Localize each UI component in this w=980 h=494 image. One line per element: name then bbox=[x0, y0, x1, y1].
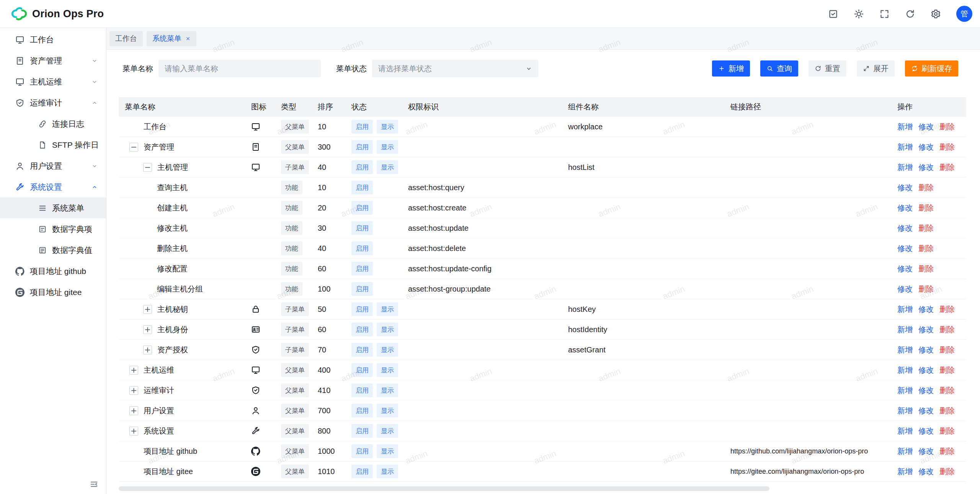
action-link[interactable]: 修改 bbox=[918, 446, 934, 457]
action-link[interactable]: 修改 bbox=[918, 162, 934, 173]
horizontal-scrollbar[interactable] bbox=[119, 486, 769, 491]
row-expand-icon[interactable] bbox=[143, 305, 152, 314]
sidebar-subitem[interactable]: 系统菜单 bbox=[0, 197, 106, 218]
action-link[interactable]: 修改 bbox=[918, 345, 934, 355]
action-link[interactable]: 新增 bbox=[897, 466, 913, 477]
action-link[interactable]: 修改 bbox=[918, 304, 934, 315]
tab-item[interactable]: 工作台 bbox=[109, 31, 143, 46]
sidebar-item[interactable]: 工作台 bbox=[0, 29, 106, 50]
delete-link[interactable]: 删除 bbox=[939, 406, 955, 416]
sidebar-subitem[interactable]: 连接日志 bbox=[0, 113, 106, 134]
delete-link[interactable]: 删除 bbox=[918, 183, 934, 193]
menu-status-select[interactable]: 请选择菜单状态 bbox=[372, 60, 538, 77]
avatar[interactable]: 管 bbox=[956, 6, 972, 22]
sidebar-item[interactable]: 系统设置 bbox=[0, 176, 106, 197]
row-expand-icon[interactable] bbox=[143, 325, 152, 334]
row-collapse-icon[interactable] bbox=[129, 143, 138, 152]
delete-link[interactable]: 删除 bbox=[939, 385, 955, 396]
refresh-cache-button[interactable]: 刷新缓存 bbox=[905, 60, 958, 77]
sidebar-item-label: 系统设置 bbox=[30, 182, 86, 192]
row-collapse-icon[interactable] bbox=[143, 163, 152, 172]
action-link[interactable]: 修改 bbox=[918, 426, 934, 436]
action-link[interactable]: 修改 bbox=[918, 142, 934, 152]
status-badge: 显示 bbox=[377, 302, 398, 316]
tab-bar: 工作台系统菜单 bbox=[106, 28, 980, 50]
delete-link[interactable]: 删除 bbox=[939, 324, 955, 335]
action-link[interactable]: 新增 bbox=[897, 345, 913, 355]
delete-link[interactable]: 删除 bbox=[939, 365, 955, 375]
action-link[interactable]: 新增 bbox=[897, 385, 913, 396]
menu-name-cell: 运维审计 bbox=[119, 385, 245, 396]
menu-name-cell: 系统设置 bbox=[119, 426, 245, 436]
add-button[interactable]: 新增 bbox=[712, 60, 750, 77]
row-expand-icon[interactable] bbox=[129, 386, 138, 395]
action-link[interactable]: 修改 bbox=[918, 122, 934, 132]
menu-name-input[interactable] bbox=[158, 60, 321, 77]
user-icon bbox=[251, 406, 260, 415]
action-link[interactable]: 新增 bbox=[897, 324, 913, 335]
delete-link[interactable]: 删除 bbox=[939, 122, 955, 132]
delete-link[interactable]: 删除 bbox=[939, 142, 955, 152]
action-link[interactable]: 新增 bbox=[897, 406, 913, 416]
sidebar-subitem[interactable]: 数据字典值 bbox=[0, 240, 106, 261]
menu-type-cell: 功能 bbox=[275, 221, 312, 235]
sidebar-item[interactable]: 项目地址 github bbox=[0, 261, 106, 282]
delete-link[interactable]: 删除 bbox=[918, 264, 934, 274]
action-link[interactable]: 新增 bbox=[897, 162, 913, 173]
action-link[interactable]: 修改 bbox=[897, 284, 913, 294]
delete-link[interactable]: 删除 bbox=[918, 284, 934, 294]
close-icon[interactable] bbox=[185, 36, 191, 41]
row-expand-icon[interactable] bbox=[143, 346, 152, 354]
expand-button[interactable]: 展开 bbox=[857, 60, 895, 77]
action-link[interactable]: 新增 bbox=[897, 426, 913, 436]
action-link[interactable]: 新增 bbox=[897, 122, 913, 132]
delete-link[interactable]: 删除 bbox=[939, 446, 955, 457]
delete-link[interactable]: 删除 bbox=[939, 466, 955, 477]
action-link[interactable]: 修改 bbox=[897, 223, 913, 233]
sidebar-subitem[interactable]: SFTP 操作日志 bbox=[0, 134, 106, 155]
refresh-icon[interactable] bbox=[905, 9, 915, 19]
delete-link[interactable]: 删除 bbox=[939, 345, 955, 355]
row-expand-icon[interactable] bbox=[129, 406, 138, 415]
sidebar-item[interactable]: 主机运维 bbox=[0, 71, 106, 92]
action-link[interactable]: 修改 bbox=[897, 203, 913, 213]
row-expand-icon[interactable] bbox=[129, 427, 138, 435]
action-link[interactable]: 新增 bbox=[897, 142, 913, 152]
sidebar-item[interactable]: 项目地址 gitee bbox=[0, 282, 106, 303]
action-link[interactable]: 修改 bbox=[918, 365, 934, 375]
delete-link[interactable]: 删除 bbox=[939, 162, 955, 173]
action-link[interactable]: 修改 bbox=[918, 466, 934, 477]
fullscreen-icon[interactable] bbox=[879, 9, 890, 19]
tab-item[interactable]: 系统菜单 bbox=[147, 31, 196, 46]
search-button[interactable]: 查询 bbox=[760, 60, 798, 77]
action-link[interactable]: 修改 bbox=[897, 183, 913, 193]
reset-button[interactable]: 重置 bbox=[808, 60, 846, 77]
row-expand-icon[interactable] bbox=[129, 366, 138, 375]
sidebar-item[interactable]: 资产管理 bbox=[0, 50, 106, 71]
delete-link[interactable]: 删除 bbox=[939, 304, 955, 315]
action-link[interactable]: 修改 bbox=[897, 243, 913, 254]
theme-sun-icon[interactable] bbox=[854, 9, 864, 19]
sidebar-item[interactable]: 用户设置 bbox=[0, 155, 106, 176]
settings-gear-icon[interactable] bbox=[931, 9, 941, 19]
table-row: 查询主机功能10启用asset:host:query修改删除 bbox=[119, 178, 966, 198]
menu-name: 资产管理 bbox=[144, 142, 174, 152]
action-link[interactable]: 修改 bbox=[918, 324, 934, 335]
sidebar-item[interactable]: 运维审计 bbox=[0, 92, 106, 113]
action-link[interactable]: 新增 bbox=[897, 446, 913, 457]
menu-name: 编辑主机分组 bbox=[157, 284, 203, 294]
check-square-icon[interactable] bbox=[828, 9, 838, 19]
action-link[interactable]: 新增 bbox=[897, 365, 913, 375]
action-link[interactable]: 新增 bbox=[897, 304, 913, 315]
action-link[interactable]: 修改 bbox=[918, 406, 934, 416]
delete-link[interactable]: 删除 bbox=[918, 223, 934, 233]
sidebar-subitem[interactable]: 数据字典项 bbox=[0, 218, 106, 240]
table-row: 编辑主机分组功能100启用asset:host-group:update修改删除 bbox=[119, 279, 966, 299]
action-link[interactable]: 修改 bbox=[918, 385, 934, 396]
delete-link[interactable]: 删除 bbox=[918, 203, 934, 213]
type-badge: 父菜单 bbox=[281, 140, 309, 154]
delete-link[interactable]: 删除 bbox=[918, 243, 934, 254]
delete-link[interactable]: 删除 bbox=[939, 426, 955, 436]
sidebar-fold-icon[interactable] bbox=[90, 480, 98, 489]
action-link[interactable]: 修改 bbox=[897, 264, 913, 274]
